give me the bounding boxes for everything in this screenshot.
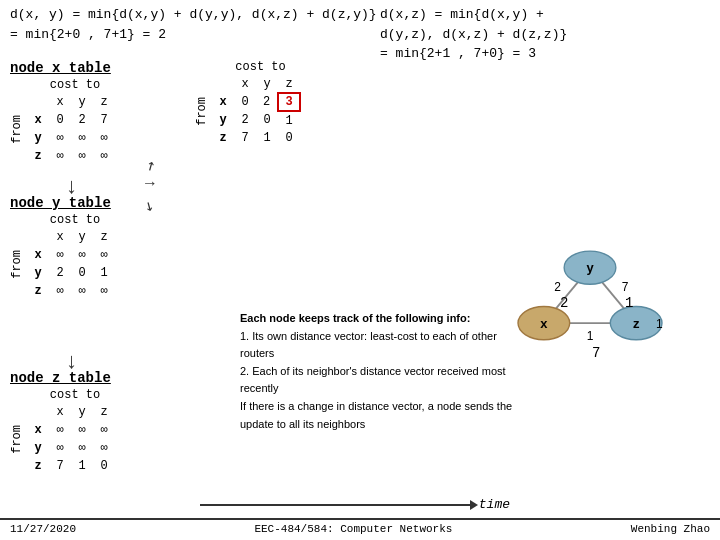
arrow-diagonal-2: → xyxy=(145,175,155,193)
node-x-from: from xyxy=(10,115,24,144)
node-z-section: node z table cost to from x y z x ∞∞∞ xyxy=(10,370,115,475)
footer: 11/27/2020 EEC-484/584: Computer Network… xyxy=(0,518,720,535)
info-line4: 2. Each of its neighbor's distance vecto… xyxy=(240,363,520,381)
time-arrow-container: time xyxy=(200,497,510,512)
info-line1: Each node keeps track of the following i… xyxy=(240,310,520,328)
node-y-cost-to: cost to xyxy=(35,213,115,227)
node-z-from: from xyxy=(10,425,24,454)
arrow-x-to-y: ↓ xyxy=(65,175,78,200)
node-x-updated-section: cost to from x y z x 023 xyxy=(195,60,301,147)
node-y-section: node y table cost to from x y z x ∞∞∞ xyxy=(10,195,115,300)
info-line7: update to all its neighbors xyxy=(240,416,520,434)
svg-text:z: z xyxy=(633,316,640,331)
node-z-cost-to: cost to xyxy=(35,388,115,402)
equation-left: d(x, y) = min{d(x,y) + d(y,y), d(x,z) + … xyxy=(10,5,377,44)
node-y-table: x y z x ∞∞∞ y 201 z xyxy=(27,228,115,300)
eq-right-line1: d(x,z) = min{d(x,y) + xyxy=(380,5,567,25)
info-line3: routers xyxy=(240,345,520,363)
arrow-diagonal-1: ↗ xyxy=(141,154,159,176)
node-y-from: from xyxy=(10,250,24,279)
svg-text:1: 1 xyxy=(656,317,663,331)
node-x-label: node x table xyxy=(10,60,115,76)
arrow-diagonal-3: ↘ xyxy=(141,194,159,216)
node-x-table: x y z x 027 y ∞∞∞ z xyxy=(27,93,115,165)
svg-text:y: y xyxy=(586,260,594,275)
equation-right: d(x,z) = min{d(x,y) + d(y,z), d(x,z) + d… xyxy=(380,5,567,64)
node-z-label: node z table xyxy=(10,370,115,386)
footer-course: EEC-484/584: Computer Networks xyxy=(254,523,452,535)
node-y-label: node y table xyxy=(10,195,115,211)
info-line5: recently xyxy=(240,380,520,398)
node-x2-cost-to: cost to xyxy=(220,60,301,74)
time-line xyxy=(200,504,471,506)
info-line2: 1. Its own distance vector: least-cost t… xyxy=(240,328,520,346)
footer-date: 11/27/2020 xyxy=(10,523,76,535)
svg-text:7: 7 xyxy=(622,280,629,294)
network-diagram: 1 2 7 x z y 1 xyxy=(490,240,690,360)
eq-right-line2: d(y,z), d(x,z) + d(z,z)} xyxy=(380,25,567,45)
arrow-y-to-z: ↓ xyxy=(65,350,78,375)
node-x2-table: x y z x 023 y 201 z xyxy=(212,75,301,147)
svg-text:1: 1 xyxy=(587,329,594,343)
svg-text:2: 2 xyxy=(554,280,561,294)
info-text: Each node keeps track of the following i… xyxy=(240,310,520,433)
footer-author: Wenbing Zhao xyxy=(631,523,710,535)
network-label-1: 1 xyxy=(625,295,633,311)
network-label-2: 2 xyxy=(560,295,568,311)
node-x-section: node x table cost to from x y z x 027 xyxy=(10,60,115,165)
node-x-cost-to: cost to xyxy=(35,78,115,92)
eq-left-line2: = min{2+0 , 7+1} = 2 xyxy=(10,25,377,45)
eq-right-line3: = min{2+1 , 7+0} = 3 xyxy=(380,44,567,64)
network-label-7: 7 xyxy=(592,345,600,361)
time-arrowhead xyxy=(470,500,478,510)
eq-left-line1: d(x, y) = min{d(x,y) + d(y,y), d(x,z) + … xyxy=(10,5,377,25)
node-z-table: x y z x ∞∞∞ y ∞∞∞ z xyxy=(27,403,115,475)
svg-text:x: x xyxy=(540,316,548,331)
node-x2-from: from xyxy=(195,97,209,126)
time-label: time xyxy=(479,497,510,512)
info-line6: If there is a change in distance vector,… xyxy=(240,398,520,416)
